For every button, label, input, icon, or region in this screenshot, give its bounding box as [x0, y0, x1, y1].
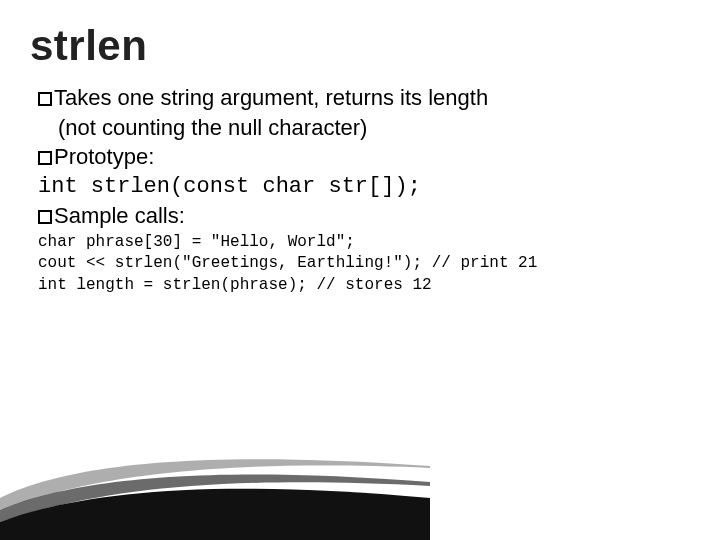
- slide-body: Takes one string argument, returns its l…: [38, 84, 690, 296]
- bullet-square-icon: [38, 151, 52, 165]
- bullet-item-1: Takes one string argument, returns its l…: [38, 84, 690, 112]
- bullet-square-icon: [38, 210, 52, 224]
- bullet-1-rest: one string argument, returns its length: [111, 85, 488, 110]
- bullet-3-lead: Sample: [54, 203, 129, 228]
- bullet-item-3: Sample calls:: [38, 202, 690, 230]
- bullet-item-2: Prototype:: [38, 143, 690, 171]
- slide: strlen Takes one string argument, return…: [0, 0, 720, 296]
- bullet-2-lead: Prototype:: [54, 144, 154, 169]
- bullet-1-continuation: (not counting the null character): [58, 114, 690, 142]
- swoosh-decoration: [0, 430, 430, 540]
- prototype-code: int strlen(const char str[]);: [38, 173, 690, 201]
- slide-title: strlen: [30, 22, 690, 70]
- bullet-3-rest: calls:: [129, 203, 185, 228]
- sample-code-block: char phrase[30] = "Hello, World"; cout <…: [38, 232, 690, 297]
- bullet-square-icon: [38, 92, 52, 106]
- bullet-1-lead: Takes: [54, 85, 111, 110]
